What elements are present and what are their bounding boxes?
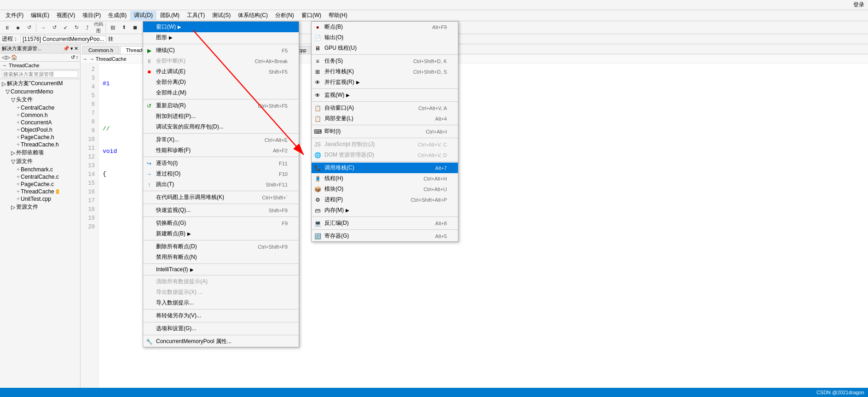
toolbar-btn-f[interactable]: 🔖 (163, 23, 173, 33)
toolbar-step-back-btn[interactable]: ↺ (49, 23, 59, 33)
toolbar-btn-h[interactable]: ▷ (185, 23, 195, 33)
tree-item-benchmark[interactable]: +Benchmark.c (0, 166, 80, 173)
tree-item-label: 头文件 (16, 96, 33, 104)
toolbar-btn-b[interactable]: ⬆ (119, 23, 129, 33)
code-line-14 (103, 350, 864, 359)
tab-centralcache-h[interactable]: CentralCache.h (163, 46, 210, 54)
menu-test[interactable]: 测试(S) (208, 11, 234, 20)
toolbar-sep-2 (105, 23, 106, 32)
tree-item-label: CentralCache (21, 105, 54, 111)
solution-search-input[interactable] (2, 70, 78, 78)
process-bar: 进程： [11576] ConcurrentMemoryPoo... 挂 (0, 34, 868, 44)
nav-forward[interactable]: ▷ (6, 54, 10, 60)
chevron-icon[interactable]: ▾ (70, 46, 73, 52)
toolbar-sep-1 (36, 23, 36, 32)
toolbar-pause-btn[interactable]: ⏸ (2, 23, 12, 33)
toolbar-step-out-btn[interactable]: ⤴ (82, 23, 93, 33)
tree-item-solution[interactable]: ▷解决方案"ConcurrentM (0, 79, 80, 88)
tree-item-label: UnitTest.cpp (21, 196, 51, 202)
toolbar-btn-d[interactable]: ≡ (141, 23, 151, 33)
tree-item-concurrentA[interactable]: +ConcurrentA (0, 119, 80, 126)
tree-item-threadcache-src[interactable]: +ThreadCache ! (0, 188, 80, 195)
menu-help[interactable]: 帮助(H) (325, 11, 351, 20)
solution-breadcrumb-bar: → ThreadCache (0, 62, 80, 70)
solution-tree: ▷解决方案"ConcurrentM ▽ConcurrentMemo ▽头文件 +… (0, 79, 80, 397)
tree-item-label: 源文件 (16, 158, 33, 165)
menu-view[interactable]: 视图(V) (53, 11, 79, 20)
line-numbers: 2 3 4 5 6 7 8 9 10 11 12 13 14 15 16 17 … (81, 64, 99, 397)
nav-refresh[interactable]: ↺ (71, 54, 75, 60)
tree-item-label: ThreadCache (21, 188, 54, 195)
menu-debug[interactable]: 调试(D) (130, 11, 156, 20)
process-label: 进程： (2, 35, 18, 43)
nav-back[interactable]: ◁ (2, 54, 6, 60)
tree-item-label: Benchmark.c (21, 166, 53, 173)
tree-item-unittest[interactable]: +UnitTest.cpp (0, 195, 80, 203)
code-line-12 (103, 305, 864, 314)
solution-title: 解决方案资源管... (2, 45, 41, 52)
tree-item-centralcache[interactable]: +CentralCache (0, 104, 80, 111)
code-line-13 (103, 327, 864, 336)
code-line-9 (103, 237, 864, 246)
toolbar-code-map-btn[interactable]: 代码图 (93, 23, 104, 33)
editor-tabs: Common.h ThreadCache CentralCache.h Cent… (81, 44, 868, 54)
status-bar: CSDN @2021dragon (0, 388, 868, 397)
solution-search-box (0, 70, 80, 79)
menu-edit[interactable]: 编辑(E) (27, 11, 53, 20)
tree-item-label: CentralCache.c (21, 174, 59, 180)
nav-collapse[interactable]: ↑ (76, 54, 79, 60)
toolbar-btn-a[interactable]: ▤ (108, 23, 118, 33)
tree-item-resources[interactable]: ▷资源文件 (0, 203, 80, 211)
menu-window[interactable]: 窗口(W) (298, 11, 325, 20)
toolbar-btn-g[interactable]: ◁ (174, 23, 184, 33)
menu-arch[interactable]: 体系结构(C) (234, 11, 272, 20)
code-line-3 (103, 102, 864, 111)
tree-item-objectpool[interactable]: +ObjectPool.h (0, 126, 80, 134)
menu-project[interactable]: 项目(P) (79, 11, 104, 20)
tree-item-pagecache[interactable]: +PageCache.h (0, 134, 80, 141)
code-line-11 (103, 282, 864, 291)
toolbar-step-over-btn[interactable]: ↻ (71, 23, 81, 33)
menu-tools[interactable]: 工具(T) (183, 11, 208, 20)
toolbar-btn-e[interactable]: ⊞ (152, 23, 162, 33)
tree-item-centralcache-src[interactable]: +CentralCache.c (0, 173, 80, 181)
tree-item-headers[interactable]: ▽头文件 (0, 95, 80, 104)
menu-build[interactable]: 生成(B) (104, 11, 130, 20)
pin-icon[interactable]: 📌 (63, 46, 69, 52)
close-icon[interactable]: ✕ (74, 46, 78, 52)
solution-explorer: 解决方案资源管... 📌 ▾ ✕ ◁ ▷ 🏠 ↺ ↑ → ThreadCache… (0, 44, 81, 397)
tree-item-label: PageCache.c (21, 181, 54, 187)
toolbar-stop-btn[interactable]: ■ (13, 23, 23, 33)
menu-team[interactable]: 团队(M) (156, 11, 183, 20)
toolbar-back-btn[interactable]: → (38, 23, 48, 33)
tab-centralcache-cpp[interactable]: CentralCache.cpp (212, 46, 264, 54)
breadcrumb-text: ThreadCache (9, 63, 40, 68)
toolbar-btn-i[interactable]: ▷ (196, 23, 206, 33)
breadcrumb-value: → ThreadCache (89, 56, 127, 62)
tree-item-label: ThreadCache.h (21, 141, 59, 148)
tab-threadcache[interactable]: ThreadCache (120, 46, 163, 54)
tree-item-pagecache-src[interactable]: +PageCache.c (0, 181, 80, 188)
menu-bar: 文件(F) 编辑(E) 视图(V) 项目(P) 生成(B) 调试(D) 团队(M… (0, 10, 868, 21)
tree-item-external-deps[interactable]: ▷外部依赖项 (0, 148, 80, 157)
menu-file[interactable]: 文件(F) (2, 11, 27, 20)
tree-item-concurrent[interactable]: ▽ConcurrentMemo (0, 88, 80, 95)
title-bar-right[interactable]: 登录 (853, 1, 864, 9)
tree-item-common[interactable]: +Common.h (0, 111, 80, 119)
tree-item-source[interactable]: ▽源文件 (0, 157, 80, 166)
nav-home[interactable]: 🏠 (11, 54, 17, 60)
tab-benchmark-cpp[interactable]: Benchmark.cpp (265, 46, 312, 54)
editor-breadcrumb: → → ThreadCache (81, 54, 868, 64)
toolbar-restart-btn[interactable]: ↺ (24, 23, 34, 33)
tree-item-label: ObjectPool.h (21, 127, 52, 133)
menu-analyze[interactable]: 分析(N) (272, 11, 298, 20)
code-line-7 (103, 192, 864, 201)
main-layout: 解决方案资源管... 📌 ▾ ✕ ◁ ▷ 🏠 ↺ ↑ → ThreadCache… (0, 44, 868, 397)
code-area[interactable]: 2 3 4 5 6 7 8 9 10 11 12 13 14 15 16 17 … (81, 64, 868, 397)
solution-header-icons: 📌 ▾ ✕ (63, 46, 78, 52)
tab-common-h[interactable]: Common.h (82, 46, 119, 54)
toolbar-step-btn[interactable]: ↙ (60, 23, 70, 33)
code-line-8 (103, 215, 864, 223)
tree-item-threadcache-h[interactable]: +ThreadCache.h (0, 141, 80, 148)
toolbar-btn-c[interactable]: ◼ (130, 23, 140, 33)
